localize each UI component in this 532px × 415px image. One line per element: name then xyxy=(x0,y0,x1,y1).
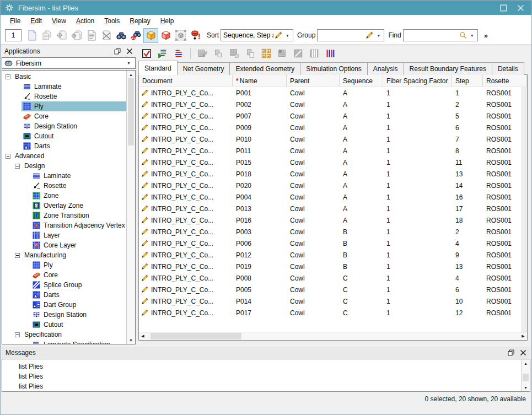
select-cube-icon[interactable] xyxy=(173,28,188,43)
wireframe-cube-icon[interactable] xyxy=(158,28,173,43)
sort-combo[interactable]: Sequence, Step and ▼ xyxy=(221,29,293,41)
table-hscroll-thumb[interactable] xyxy=(151,333,241,339)
tab-extended-geometry[interactable]: Extended Geometry xyxy=(229,62,300,75)
tree-item-ply[interactable]: Ply xyxy=(2,260,126,270)
table-row[interactable]: INTRO_PLY_C_Co...P019CowlB113ROS001 xyxy=(139,261,522,272)
table-row[interactable]: INTRO_PLY_C_Co...P004CowlA116ROS001 xyxy=(139,191,522,203)
chevron-down-icon[interactable]: ▼ xyxy=(283,34,292,37)
scroll-up-icon[interactable]: ▲ xyxy=(127,71,135,78)
table-row[interactable]: INTRO_PLY_C_Co...P007CowlA15ROS001 xyxy=(139,110,522,122)
scroll-right-icon[interactable]: ▶ xyxy=(519,334,527,338)
expander-minus-icon[interactable] xyxy=(6,154,10,159)
table-hscroll[interactable]: ◀ ▶ xyxy=(139,332,527,340)
expander-minus-icon[interactable] xyxy=(15,332,20,337)
menu-action[interactable]: Action xyxy=(71,16,99,26)
table-row[interactable]: INTRO_PLY_C_Co...P009CowlA16ROS001 xyxy=(139,122,522,133)
report-icon[interactable] xyxy=(155,47,170,60)
tree-item-design[interactable]: Design xyxy=(2,161,126,171)
table-row[interactable]: INTRO_PLY_C_Co...P015CowlA111ROS001 xyxy=(139,157,522,168)
chevron-down-icon[interactable]: ▼ xyxy=(468,34,476,37)
close-panel-icon[interactable] xyxy=(126,48,133,55)
document-details-icon[interactable] xyxy=(84,28,99,43)
fiber-bars-icon[interactable] xyxy=(323,47,337,60)
scroll-down-icon[interactable]: ▼ xyxy=(522,384,530,391)
table-hscroll-track[interactable] xyxy=(147,332,519,340)
menu-file[interactable]: File xyxy=(5,16,25,26)
tree-item-core[interactable]: Core xyxy=(2,111,126,121)
tree-item-core[interactable]: Core xyxy=(2,270,126,280)
tree-item-rosette[interactable]: Rosette xyxy=(2,91,126,101)
table-row[interactable]: INTRO_PLY_C_Co...P003CowlB12ROS001 xyxy=(139,226,522,238)
group-combo[interactable]: ▼ xyxy=(317,29,384,41)
messages-scrollbar-thumb[interactable] xyxy=(523,374,529,381)
find-combo[interactable]: ▼ xyxy=(403,29,478,41)
table-row[interactable]: INTRO_PLY_C_Co...P005CowlC16ROS001 xyxy=(139,284,522,295)
menu-help[interactable]: Help xyxy=(155,16,179,26)
tree-item-dart-group[interactable]: Dart Group xyxy=(2,300,126,310)
expander-minus-icon[interactable] xyxy=(15,164,20,169)
table-row[interactable]: INTRO_PLY_C_Co...P002CowlA12ROS001 xyxy=(139,99,522,110)
messages-scrollbar-track[interactable] xyxy=(522,367,530,384)
table-row[interactable]: INTRO_PLY_C_Co...P017CowlC112ROS001 xyxy=(139,307,522,319)
table-row[interactable]: INTRO_PLY_C_Co...P010CowlA17ROS001 xyxy=(139,133,522,145)
tree-scrollbar-thumb[interactable] xyxy=(128,78,134,145)
tree-item-cutout[interactable]: Cutout xyxy=(2,131,126,141)
find-input[interactable] xyxy=(406,31,458,39)
find-binoculars-icon[interactable] xyxy=(114,28,128,43)
tree-item-darts[interactable]: Darts xyxy=(2,290,126,300)
table-row[interactable]: INTRO_PLY_C_Co...P016CowlA118ROS001 xyxy=(139,214,522,226)
summary-list-icon[interactable] xyxy=(171,47,186,60)
column-header-fiber_spacing_factor[interactable]: Fiber Spacing Factor xyxy=(383,75,452,87)
pencil-icon[interactable] xyxy=(275,31,282,39)
maximize-button[interactable] xyxy=(499,4,508,12)
menu-edit[interactable]: Edit xyxy=(25,16,47,26)
tree-item-core-layer[interactable]: Core Layer xyxy=(2,240,126,250)
tree-item-advanced[interactable]: Advanced xyxy=(2,151,126,161)
tree-scrollbar[interactable]: ▲ ▼ xyxy=(126,71,135,344)
tree-item-darts[interactable]: Darts xyxy=(2,141,126,151)
tab-details[interactable]: Details xyxy=(492,62,524,75)
tree-item-laminate-specification[interactable]: Laminate Specification xyxy=(2,339,126,344)
pencil-icon[interactable] xyxy=(366,31,373,39)
column-header-rosette[interactable]: Rosette xyxy=(483,75,527,87)
shaded-cube-icon[interactable] xyxy=(143,28,158,43)
application-selector[interactable]: Fibersim ▼ xyxy=(2,57,136,69)
tree-item-zone[interactable]: Zone xyxy=(2,191,126,201)
tree-item-transition-adjacency-vertex[interactable]: Transition Adjacency Vertex xyxy=(2,220,126,230)
column-header-parent[interactable]: Parent xyxy=(287,75,340,87)
table-row[interactable]: INTRO_PLY_C_Co...P011CowlA18ROS001 xyxy=(139,145,522,157)
update-required-icon[interactable]: ! xyxy=(188,28,203,43)
scroll-left-icon[interactable]: ◀ xyxy=(139,334,147,338)
toolbar-overflow-chevron[interactable]: » xyxy=(483,31,489,40)
locate-binoculars-icon[interactable] xyxy=(128,28,143,43)
table-row[interactable]: INTRO_PLY_C_Co...P001CowlA11ROS001 xyxy=(139,87,522,99)
table-row[interactable]: INTRO_PLY_C_Co...P014CowlC110ROS001 xyxy=(139,295,522,307)
page-number-box[interactable]: 1 xyxy=(5,29,22,41)
tab-analysis[interactable]: Analysis xyxy=(367,62,404,75)
menu-tools[interactable]: Tools xyxy=(99,16,125,26)
scroll-up-icon[interactable]: ▲ xyxy=(522,359,530,367)
table-vscroll-track[interactable] xyxy=(522,87,527,332)
chevron-down-icon[interactable]: ▼ xyxy=(374,34,383,37)
table-row[interactable]: INTRO_PLY_C_Co...P006CowlB14ROS001 xyxy=(139,238,522,249)
tree-item-rosette[interactable]: Rosette xyxy=(2,181,126,191)
tree-item-layer[interactable]: Layer xyxy=(2,230,126,240)
tab-simulation-options[interactable]: Simulation Options xyxy=(300,62,368,75)
chevron-down-icon[interactable]: ▼ xyxy=(125,61,133,65)
column-header-step[interactable]: Step xyxy=(452,75,483,87)
tree-item-manufacturing[interactable]: Manufacturing xyxy=(2,250,126,260)
column-header-name[interactable]: *Name xyxy=(233,75,287,87)
tree-item-overlay-zone[interactable]: 0Overlay Zone xyxy=(2,201,126,211)
tree-item-ply[interactable]: Ply xyxy=(2,101,126,111)
tree-item-design-station[interactable]: Design Station xyxy=(2,310,126,320)
table-row[interactable]: INTRO_PLY_C_Co...P018CowlA113ROS001 xyxy=(139,168,522,180)
menu-replay[interactable]: Replay xyxy=(125,16,155,26)
tree-item-basic[interactable]: Basic xyxy=(2,72,126,82)
new-document-icon[interactable] xyxy=(24,28,39,43)
column-header-document[interactable]: Document xyxy=(139,75,233,87)
expander-minus-icon[interactable] xyxy=(15,253,20,258)
tree-item-splice-group[interactable]: Splice Group xyxy=(2,280,126,290)
tree-item-zone-transition[interactable]: Zone Transition xyxy=(2,211,126,220)
tab-result-boundary-features[interactable]: Result Boundary Features xyxy=(404,62,492,75)
column-header-sequence[interactable]: Sequence xyxy=(340,75,383,87)
